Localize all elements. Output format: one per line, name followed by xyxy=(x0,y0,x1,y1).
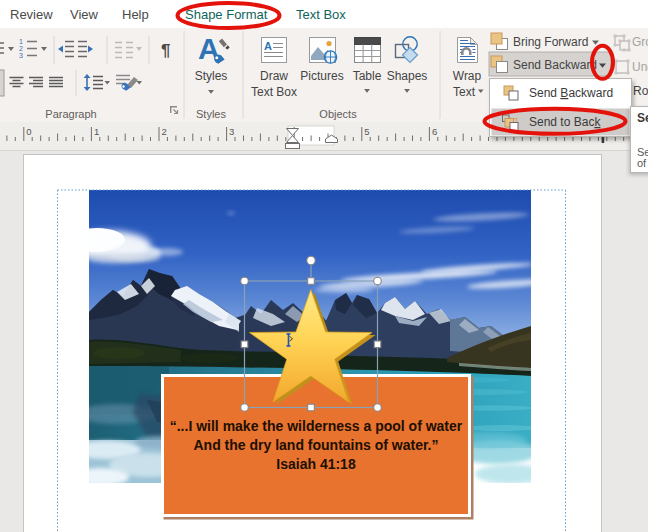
svg-text:2: 2 xyxy=(19,45,23,52)
svg-text:Group: Group xyxy=(632,35,648,49)
svg-text:1: 1 xyxy=(19,38,23,45)
svg-text:Send to Back: Send to Back xyxy=(529,115,601,129)
svg-text:Styles: Styles xyxy=(195,69,228,83)
svg-text:Bring Forward: Bring Forward xyxy=(513,35,588,49)
svg-text:Pictures: Pictures xyxy=(300,69,343,83)
svg-text:Styles: Styles xyxy=(196,108,226,120)
svg-text:6: 6 xyxy=(432,126,437,137)
svg-text:Ungroup: Ungroup xyxy=(632,60,648,74)
svg-text:¶: ¶ xyxy=(161,41,170,60)
svg-text:3: 3 xyxy=(19,52,23,59)
svg-text:Paragraph: Paragraph xyxy=(45,108,96,120)
svg-text:Text Box: Text Box xyxy=(251,85,297,99)
svg-text:A: A xyxy=(264,40,272,52)
svg-text:Rotate: Rotate xyxy=(633,84,648,98)
svg-text:3: 3 xyxy=(229,126,234,137)
svg-text:Draw: Draw xyxy=(260,69,288,83)
svg-text:0: 0 xyxy=(26,126,31,137)
svg-text:Text: Text xyxy=(453,85,476,99)
svg-text:Table: Table xyxy=(353,69,382,83)
svg-text:1: 1 xyxy=(94,126,99,137)
svg-text:Wrap: Wrap xyxy=(453,69,482,83)
svg-text:5: 5 xyxy=(364,126,369,137)
svg-text:Send Backward: Send Backward xyxy=(529,86,613,100)
svg-text:Shapes: Shapes xyxy=(387,69,428,83)
svg-text:Objects: Objects xyxy=(319,108,357,120)
svg-text:2: 2 xyxy=(162,126,167,137)
svg-text:Send Backward: Send Backward xyxy=(513,58,597,72)
